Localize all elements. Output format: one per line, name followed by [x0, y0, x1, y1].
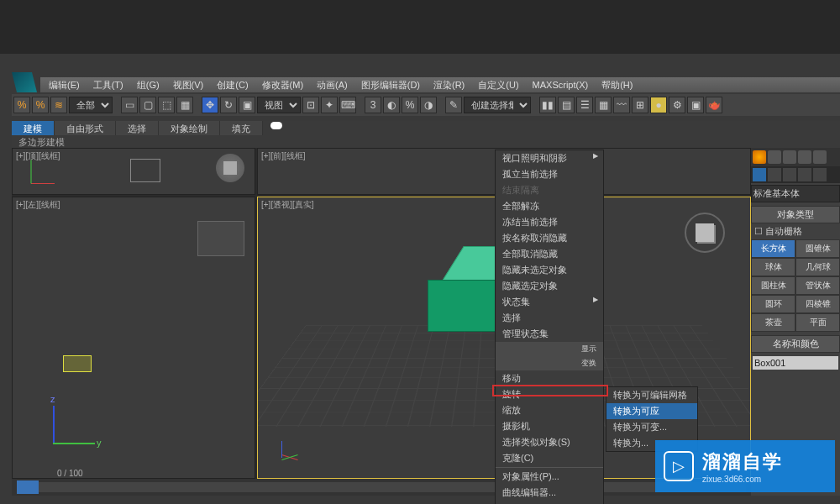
- spinner-snap-icon[interactable]: ◑: [420, 97, 437, 113]
- btn-pyramid[interactable]: 四棱锥: [795, 295, 840, 313]
- menu-maxscript[interactable]: MAXScript(X): [526, 78, 596, 92]
- cm-select[interactable]: 选择: [496, 310, 603, 326]
- panel-icon-3[interactable]: [783, 150, 796, 164]
- cm-unhide-all[interactable]: 全部取消隐藏: [496, 246, 603, 262]
- scale-icon[interactable]: ▣: [239, 97, 255, 113]
- sm-editable-poly[interactable]: 转换为可应: [606, 403, 697, 419]
- select-name-icon[interactable]: ▢: [139, 97, 156, 113]
- align-icon[interactable]: ▤: [558, 97, 575, 113]
- create-tab-icon[interactable]: [753, 168, 766, 181]
- render-frame-icon[interactable]: ▣: [687, 97, 704, 113]
- timeline-track[interactable]: [17, 482, 746, 492]
- cm-object-props[interactable]: 对象属性(P)...: [496, 469, 603, 485]
- angle-snap-icon[interactable]: ◐: [383, 97, 400, 113]
- main-menubar[interactable]: 编辑(E) 工具(T) 组(G) 视图(V) 创建(C) 修改器(M) 动画(A…: [40, 77, 840, 92]
- cm-viewport-lighting[interactable]: 视口照明和阴影: [496, 150, 603, 166]
- panel-icon-4[interactable]: [798, 150, 811, 164]
- pivot-icon[interactable]: ⊡: [302, 97, 319, 113]
- window-crossing-icon[interactable]: ▦: [176, 97, 193, 113]
- menu-grapheditors[interactable]: 图形编辑器(D): [354, 77, 427, 93]
- panel-icon-2[interactable]: [768, 150, 781, 164]
- primitive-type-dropdown[interactable]: 标准基本体: [751, 185, 840, 202]
- graphite-icon[interactable]: ▦: [595, 97, 612, 113]
- schematic-icon[interactable]: ⊞: [632, 97, 648, 113]
- menu-create[interactable]: 创建(C): [210, 77, 255, 93]
- motion-tab-icon[interactable]: [798, 168, 811, 181]
- named-selection-dropdown[interactable]: 创建选择集: [464, 97, 531, 113]
- rollout-name-color[interactable]: 名称和颜色: [751, 335, 840, 353]
- cm-move[interactable]: 移动: [496, 370, 603, 386]
- named-sets-edit-icon[interactable]: ✎: [445, 97, 462, 113]
- timeline-thumb[interactable]: [17, 480, 39, 494]
- manip-icon[interactable]: ✦: [321, 97, 338, 113]
- btn-cylinder[interactable]: 圆柱体: [751, 276, 795, 295]
- btn-tube[interactable]: 管状体: [795, 276, 840, 295]
- btn-torus[interactable]: 圆环: [751, 295, 795, 313]
- menu-animation[interactable]: 动画(A): [310, 77, 354, 93]
- ribbon-tab-fill[interactable]: 填充: [220, 121, 263, 135]
- bind-icon[interactable]: ≋: [50, 97, 67, 113]
- select-icon[interactable]: ▭: [121, 97, 138, 113]
- cm-hide-unsel[interactable]: 隐藏未选定对象: [496, 262, 603, 278]
- link-icon[interactable]: %: [13, 97, 30, 113]
- display-tab-icon[interactable]: [813, 168, 827, 181]
- btn-box[interactable]: 长方体: [751, 239, 795, 258]
- viewcube-persp-icon[interactable]: [685, 213, 725, 253]
- autogrid-checkbox[interactable]: ☐ 自动栅格: [751, 223, 840, 239]
- menu-tools[interactable]: 工具(T): [87, 77, 130, 93]
- render-setup-icon[interactable]: ⚙: [669, 97, 685, 113]
- quad-menu[interactable]: 视口照明和阴影 孤立当前选择 结束隔离 全部解冻 冻结当前选择 按名称取消隐藏 …: [495, 150, 604, 504]
- menu-group[interactable]: 组(G): [130, 77, 166, 93]
- layers-icon[interactable]: ☰: [576, 97, 593, 113]
- ribbon-tab-freeform[interactable]: 自由形式: [55, 121, 116, 135]
- ribbon-tab-objectpaint[interactable]: 对象绘制: [159, 121, 220, 135]
- unlink-icon[interactable]: %: [32, 97, 49, 113]
- btn-sphere[interactable]: 球体: [751, 258, 795, 276]
- viewport-left[interactable]: [+][左][线框] z y: [12, 197, 255, 479]
- rotate-icon[interactable]: ↻: [220, 97, 237, 113]
- btn-cone[interactable]: 圆锥体: [795, 239, 840, 258]
- cm-scale[interactable]: 缩放: [496, 402, 603, 418]
- menu-render[interactable]: 渲染(R): [427, 77, 471, 93]
- sun-icon[interactable]: [753, 150, 766, 164]
- cm-state-sets[interactable]: 状态集: [496, 294, 603, 310]
- btn-teapot[interactable]: 茶壶: [751, 313, 795, 332]
- cm-hide-sel[interactable]: 隐藏选定对象: [496, 278, 603, 294]
- ribbon-subtab-polymodel[interactable]: 多边形建模: [12, 135, 71, 148]
- selection-filter-dropdown[interactable]: 全部: [69, 97, 113, 113]
- menu-customize[interactable]: 自定义(U): [471, 77, 525, 93]
- menu-modifiers[interactable]: 修改器(M): [255, 77, 311, 93]
- curve-editor-icon[interactable]: 〰: [613, 97, 630, 113]
- viewport-top[interactable]: [+][顶][线框]: [12, 148, 255, 195]
- rollout-object-type[interactable]: 对象类型: [751, 206, 840, 223]
- move-icon[interactable]: ✥: [202, 97, 218, 113]
- percent-snap-icon[interactable]: %: [402, 97, 418, 113]
- cm-unfreeze-all[interactable]: 全部解冻: [496, 198, 603, 214]
- mirror-icon[interactable]: ▮▮: [539, 97, 556, 113]
- menu-view[interactable]: 视图(V): [166, 77, 211, 93]
- material-editor-icon[interactable]: ●: [650, 97, 667, 113]
- render-icon[interactable]: 🫖: [706, 97, 722, 113]
- cm-clone[interactable]: 克隆(C): [496, 450, 603, 466]
- sm-editable-patch[interactable]: 转换为可变...: [606, 419, 697, 435]
- cm-isolate[interactable]: 孤立当前选择: [496, 166, 603, 182]
- cm-rotate[interactable]: 旋转: [496, 386, 603, 402]
- select-region-icon[interactable]: ⬚: [158, 97, 175, 113]
- hierarchy-tab-icon[interactable]: [783, 168, 796, 181]
- ref-coord-dropdown[interactable]: 视图: [257, 97, 301, 113]
- sm-editable-mesh[interactable]: 转换为可编辑网格: [606, 387, 697, 403]
- cm-select-similar[interactable]: 选择类似对象(S): [496, 434, 603, 450]
- ribbon-tab-modeling[interactable]: 建模: [12, 121, 55, 135]
- cm-unhide-name[interactable]: 按名称取消隐藏: [496, 230, 603, 246]
- viewcube-icon[interactable]: [216, 154, 244, 182]
- modify-tab-icon[interactable]: [768, 168, 781, 181]
- cm-curve-editor[interactable]: 曲线编辑器...: [496, 485, 603, 501]
- ribbon-tab-selection[interactable]: 选择: [116, 121, 159, 135]
- keyboard-icon[interactable]: ⌨: [339, 97, 356, 113]
- btn-plane[interactable]: 平面: [795, 313, 840, 332]
- cm-camera[interactable]: 摄影机: [496, 418, 603, 434]
- panel-icon-5[interactable]: [813, 150, 827, 164]
- snap-toggle-icon[interactable]: 3: [365, 97, 381, 113]
- btn-geosphere[interactable]: 几何球: [795, 258, 840, 276]
- time-slider[interactable]: 0 / 100: [12, 479, 751, 496]
